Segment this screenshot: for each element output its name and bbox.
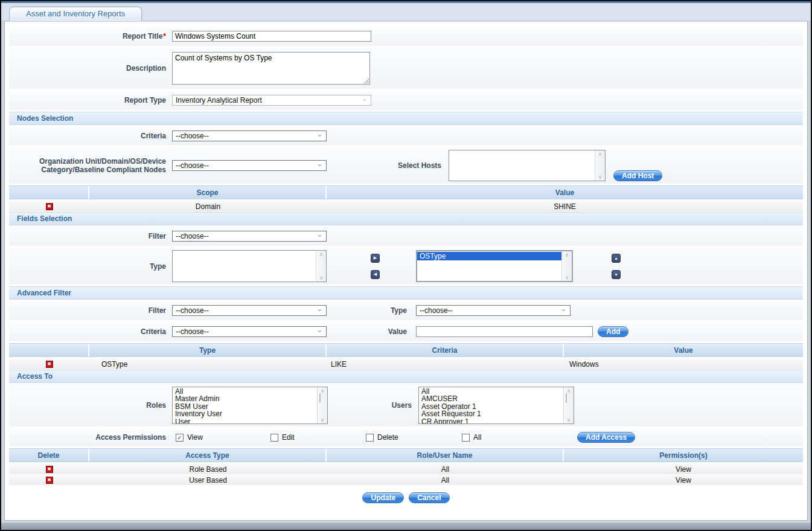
arrow-up-icon: ▲: [614, 256, 618, 260]
delete-checkbox[interactable]: ✓: [366, 434, 374, 442]
select-hosts-listbox[interactable]: ∧ ∨: [449, 150, 606, 181]
nodes-delete-header: [9, 186, 89, 199]
roles-listbox[interactable]: All Master Admin BSM User Inventory User…: [172, 387, 328, 424]
scrollbar-track[interactable]: [319, 394, 326, 417]
scroll-up-icon[interactable]: ∧: [567, 388, 571, 394]
roles-options: All Master Admin BSM User Inventory User…: [173, 387, 317, 423]
access-permissions-cell: View: [564, 464, 803, 474]
chevron-down-icon: ⌄: [316, 132, 323, 137]
listbox-scrollbar[interactable]: ∧ ∨: [317, 387, 327, 423]
access-type-cell: User Based: [89, 475, 327, 485]
listbox-scrollbar[interactable]: ∧ ∨: [563, 387, 574, 423]
list-item[interactable]: Asset Requestor 1: [419, 410, 563, 417]
select-hosts-label: Select Hosts: [327, 161, 441, 170]
report-type-label: Report Type: [9, 96, 166, 105]
criteria-select[interactable]: --choose-- ⌄: [172, 130, 327, 141]
add-host-button[interactable]: Add Host: [613, 170, 662, 181]
move-left-button[interactable]: ◀: [371, 270, 380, 279]
report-type-select[interactable]: Inventory Analytical Report ⌄: [172, 95, 371, 106]
permission-all: ✓ All: [462, 433, 567, 442]
listbox-scrollbar[interactable]: ∧ ∨: [316, 251, 326, 282]
list-item[interactable]: Inventory User: [173, 410, 317, 417]
edit-checkbox[interactable]: ✓: [270, 434, 278, 442]
scrollbar-thumb[interactable]: [566, 393, 567, 403]
scrollbar-thumb[interactable]: [319, 393, 321, 403]
org-unit-select[interactable]: --choose-- ⌄: [172, 160, 327, 171]
bottom-scrollbar[interactable]: [1, 523, 811, 530]
report-form-panel: Report Title* Description Count of Syste…: [4, 21, 808, 521]
chevron-down-icon: ⌄: [316, 327, 323, 332]
users-options: All AMCUSER Asset Operator 1 Asset Reque…: [419, 387, 563, 423]
scroll-up-icon[interactable]: ∧: [319, 251, 324, 257]
move-right-button[interactable]: ▶: [371, 254, 380, 263]
list-item[interactable]: CR Approver 1: [419, 418, 563, 423]
arrow-right-icon: ▶: [374, 256, 377, 260]
advanced-criteria-label: Criteria: [9, 327, 166, 336]
report-title-row: Report Title*: [9, 27, 803, 46]
add-access-button[interactable]: Add Access: [577, 432, 635, 443]
scroll-down-icon[interactable]: ∨: [319, 275, 324, 281]
scroll-down-icon[interactable]: ∨: [598, 174, 603, 180]
scroll-up-icon[interactable]: ∧: [321, 388, 325, 394]
all-checkbox[interactable]: ✓: [462, 434, 470, 442]
selected-fields-listbox[interactable]: OSType ∧ ∨: [416, 250, 573, 282]
add-filter-button[interactable]: Add: [598, 326, 628, 337]
description-textarea[interactable]: Count of Systems by OS Type: [172, 52, 370, 85]
advanced-criteria-header: Criteria: [327, 344, 564, 356]
move-up-button[interactable]: ▲: [612, 254, 621, 263]
cancel-button[interactable]: Cancel: [409, 492, 449, 503]
access-type-cell: Role Based: [89, 464, 327, 474]
nodes-value-header: Value: [327, 186, 803, 199]
list-item[interactable]: AMCUSER: [419, 395, 563, 402]
scroll-up-icon[interactable]: ∧: [565, 252, 569, 258]
listbox-scrollbar[interactable]: ∧ ∨: [595, 150, 605, 181]
criteria-row: Criteria --choose-- ⌄: [9, 126, 803, 146]
scrollbar-track[interactable]: [566, 394, 572, 417]
advanced-criteria-select[interactable]: --choose-- ⌄: [172, 326, 327, 337]
list-item[interactable]: OSType: [417, 252, 561, 260]
scrollbar-track[interactable]: [597, 157, 604, 174]
advanced-value-input[interactable]: [416, 326, 593, 337]
scroll-down-icon[interactable]: ∨: [567, 417, 571, 423]
access-permissions-row: Access Permissions ✓ View ✓ Edit ✓ Delet…: [9, 428, 803, 446]
available-fields-listbox[interactable]: ∧ ∨: [172, 250, 327, 282]
reorder-buttons: ▲ ▼: [612, 254, 621, 279]
fields-filter-label: Filter: [9, 232, 166, 240]
description-label: Description: [9, 64, 166, 72]
fields-filter-select[interactable]: --choose-- ⌄: [172, 231, 327, 242]
delete-row-icon[interactable]: ✖: [46, 477, 53, 484]
list-item[interactable]: User: [173, 418, 317, 423]
scroll-down-icon[interactable]: ∨: [321, 417, 325, 423]
selected-fields-options: OSType: [417, 251, 561, 281]
delete-row-icon[interactable]: ✖: [46, 466, 53, 473]
update-button[interactable]: Update: [362, 492, 404, 503]
listbox-scrollbar[interactable]: ∧ ∨: [561, 251, 572, 281]
advanced-type-select[interactable]: --choose-- ⌄: [416, 305, 571, 316]
access-role-user-header: Role/User Name: [327, 449, 564, 462]
criteria-label: Criteria: [9, 132, 166, 140]
chevron-down-icon: ⌄: [316, 232, 323, 237]
access-table: Delete Access Type Role/User Name Permis…: [9, 448, 803, 485]
scroll-down-icon[interactable]: ∨: [565, 274, 569, 280]
view-checkbox[interactable]: ✓: [176, 434, 184, 442]
scroll-up-icon[interactable]: ∧: [598, 151, 603, 157]
advanced-type-select-value: --choose--: [420, 306, 453, 315]
section-access-to: Access To: [9, 370, 803, 383]
delete-row-icon[interactable]: ✖: [46, 361, 53, 368]
users-listbox[interactable]: All AMCUSER Asset Operator 1 Asset Reque…: [418, 387, 574, 424]
users-label: Users: [328, 401, 412, 410]
move-down-button[interactable]: ▼: [612, 270, 621, 279]
list-item[interactable]: Master Admin: [173, 395, 317, 402]
table-row: ✖ Role Based All View: [9, 464, 803, 474]
scrollbar-track[interactable]: [318, 257, 325, 275]
report-title-input[interactable]: [172, 31, 371, 42]
edit-checkbox-label: Edit: [282, 433, 295, 442]
access-type-header: Access Type: [89, 449, 327, 462]
tab-asset-inventory-reports[interactable]: Asset and Inventory Reports: [9, 7, 142, 21]
advanced-value-cell: Windows: [564, 359, 803, 369]
delete-row-icon[interactable]: ✖: [46, 203, 53, 210]
criteria-select-value: --choose--: [176, 132, 209, 140]
nodes-table: Scope Value ✖ Domain SHINE: [9, 185, 803, 211]
scrollbar-track[interactable]: [564, 258, 571, 274]
advanced-filter-select[interactable]: --choose-- ⌄: [172, 305, 327, 316]
